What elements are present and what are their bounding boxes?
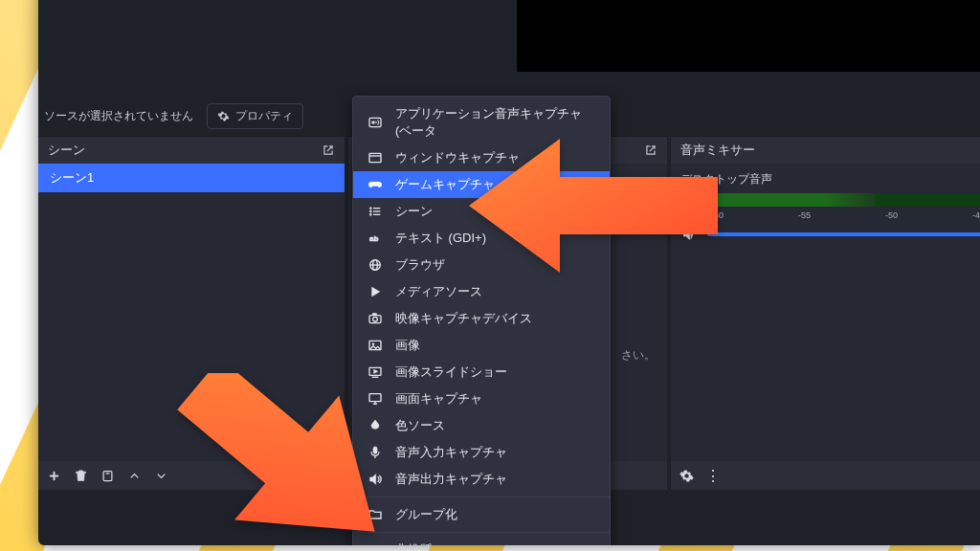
menu-item-label: 音声入力キャプチャ [395, 444, 507, 461]
menu-item-label: 画像 [395, 337, 420, 354]
svg-marker-29 [469, 139, 718, 273]
chevron-up-icon [127, 469, 142, 483]
mixer-ticks: -60 -55 -50 -45 [680, 210, 980, 220]
svg-rect-19 [372, 314, 376, 316]
preview-black [517, 0, 980, 72]
menu-item-label: アプリケーション音声キャプチャ (ベータ [395, 105, 596, 140]
gamepad-icon [367, 176, 384, 193]
annotation-arrow-bottom [163, 373, 392, 551]
window-icon [367, 149, 384, 166]
menu-item-label: 画像スライドショー [395, 364, 507, 381]
gear-icon [679, 469, 694, 483]
annotation-arrow-top [469, 139, 718, 273]
add-scene-button[interactable] [42, 464, 65, 487]
svg-point-3 [372, 121, 375, 124]
delete-scene-button[interactable] [69, 464, 92, 487]
svg-point-18 [373, 317, 378, 321]
svg-point-21 [372, 343, 374, 345]
properties-button-label: プロパティ [235, 108, 293, 124]
svg-point-8 [369, 213, 371, 215]
menu-item-label: 色ソース [395, 417, 445, 434]
chevron-right-icon: ▸ [591, 543, 598, 546]
plus-icon [47, 469, 61, 483]
move-scene-up-button[interactable] [122, 464, 145, 487]
mixer-menu-button[interactable]: ⋮ [702, 464, 724, 487]
preview-area [38, 0, 980, 100]
source-menu-item-camera[interactable]: 映像キャプチャデバイス [353, 305, 610, 332]
app-audio-icon [367, 114, 384, 131]
properties-button[interactable]: プロパティ [207, 103, 303, 129]
list-icon [367, 203, 384, 220]
popout-icon[interactable] [322, 143, 335, 157]
menu-item-label: 映像キャプチャデバイス [395, 310, 532, 327]
svg-rect-0 [103, 471, 112, 480]
mixer-advanced-button[interactable] [675, 464, 698, 487]
media-icon [367, 283, 384, 300]
globe-icon [367, 256, 384, 274]
scene-filter-button[interactable] [96, 464, 119, 487]
svg-text:ab: ab [369, 234, 378, 243]
text-icon: ab [367, 230, 384, 247]
menu-item-label: シーン [395, 203, 433, 220]
menu-item-label: 非推奨 [395, 541, 433, 545]
camera-icon [367, 310, 384, 327]
scenes-title: シーン [48, 142, 85, 159]
trash-icon [74, 469, 88, 483]
svg-marker-16 [372, 287, 380, 296]
mixer-meter [707, 193, 980, 207]
menu-item-label: 音声出力キャプチャ [395, 471, 507, 488]
svg-rect-4 [369, 153, 381, 162]
gear-icon [217, 110, 230, 122]
svg-point-7 [369, 210, 371, 212]
menu-item-label: ブラウザ [395, 256, 445, 274]
scenes-header: シーン [38, 137, 345, 164]
volume-slider[interactable] [707, 232, 980, 236]
filter-icon [100, 469, 115, 483]
dots-icon: ⋮ [705, 467, 721, 485]
mixer-channel-label: デスクトップ音声 [680, 171, 980, 187]
menu-item-label: グループ化 [395, 506, 457, 523]
svg-point-6 [369, 208, 371, 209]
svg-marker-30 [163, 373, 392, 551]
menu-item-label: メディアソース [395, 283, 482, 300]
menu-item-label: 画面キャプチャ [395, 390, 482, 408]
source-menu-item-image[interactable]: 画像 [353, 332, 610, 359]
mixer-footer: ⋮ [671, 461, 980, 490]
source-menu-item-media[interactable]: メディアソース [353, 278, 610, 305]
scene-item[interactable]: シーン1 [38, 164, 345, 192]
no-source-label: ソースが選択されていません [44, 108, 193, 124]
image-icon [367, 337, 384, 354]
